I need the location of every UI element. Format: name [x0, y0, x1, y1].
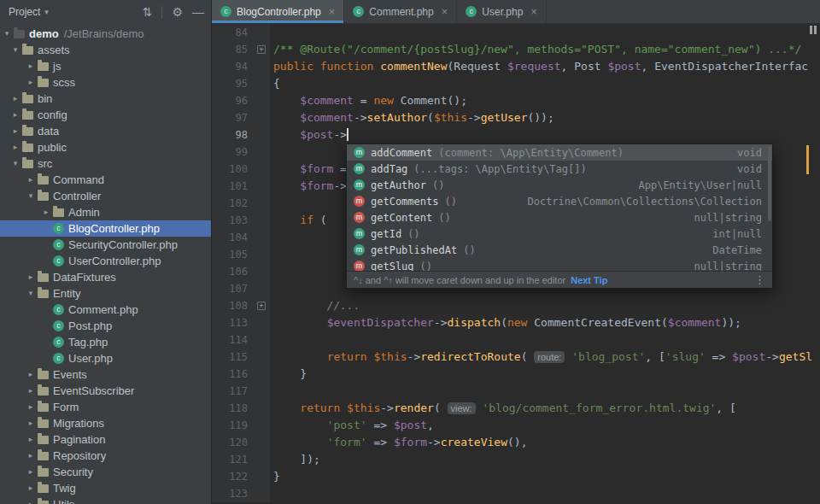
chevron-right-icon[interactable]: ▸	[24, 448, 38, 464]
fold-marker-icon[interactable]: +	[255, 297, 270, 314]
line-number[interactable]: 85	[212, 41, 255, 58]
code-line-94[interactable]: 94public function commentNew(Request $re…	[212, 58, 820, 75]
line-number[interactable]: 84	[212, 24, 255, 41]
code-line-121[interactable]: 121 ]);	[212, 451, 820, 468]
chevron-right-icon[interactable]: ▸	[24, 74, 38, 91]
line-number[interactable]: 104	[212, 229, 255, 246]
tree-item-demo[interactable]: ▾demo/JetBrains/demo	[0, 26, 211, 42]
line-number[interactable]: 94	[212, 58, 255, 75]
line-number[interactable]: 101	[212, 178, 255, 195]
completion-item-getslug[interactable]: mgetSlug()null|string	[347, 258, 772, 271]
tree-item-repository[interactable]: ▸Repository	[0, 448, 211, 464]
tree-item-blogcontroller-php[interactable]: cBlogController.php	[0, 220, 211, 237]
completion-item-addcomment[interactable]: maddComment(comment: \App\Entity\Comment…	[347, 144, 772, 161]
close-icon[interactable]: ×	[530, 5, 537, 18]
chevron-right-icon[interactable]: ▸	[9, 91, 22, 107]
line-number[interactable]: 106	[212, 263, 255, 280]
chevron-right-icon[interactable]: ▸	[24, 464, 38, 480]
chevron-right-icon[interactable]: ▸	[24, 415, 38, 431]
pause-indicator-icon[interactable]	[810, 26, 817, 34]
tree-item-js[interactable]: ▸js	[0, 58, 211, 74]
line-number[interactable]: 114	[212, 331, 255, 349]
tree-item-utils[interactable]: ▸Utils	[0, 496, 211, 504]
tree-item-entity[interactable]: ▾Entity	[0, 285, 211, 302]
gear-icon[interactable]: ⚙	[172, 6, 183, 18]
chevron-down-icon[interactable]: ▾	[9, 42, 22, 58]
line-number[interactable]: 113	[212, 314, 255, 331]
tree-item-twig[interactable]: ▸Twig	[0, 480, 211, 496]
code-line-115[interactable]: 115 return $this->redirectToRoute( route…	[212, 349, 820, 366]
chevron-down-icon[interactable]: ▾	[24, 188, 38, 204]
code-line-117[interactable]: 117	[212, 383, 820, 400]
line-number[interactable]: 100	[212, 161, 255, 178]
code-line-122[interactable]: 122}	[212, 468, 820, 485]
code-editor[interactable]: 8485+/** @Route("/comment/{postSlug}/new…	[212, 24, 820, 504]
line-number[interactable]: 96	[212, 92, 255, 109]
tree-item-data[interactable]: ▸data	[0, 123, 211, 139]
line-number[interactable]: 119	[212, 417, 255, 434]
code-line-98[interactable]: 98 $post->	[212, 126, 820, 144]
hide-panel-icon[interactable]: —	[192, 6, 204, 18]
tree-item-usercontroller-php[interactable]: cUserController.php	[0, 253, 211, 269]
tree-item-src[interactable]: ▾src	[0, 155, 211, 172]
tree-item-migrations[interactable]: ▸Migrations	[0, 415, 211, 431]
tree-item-scss[interactable]: ▸scss	[0, 74, 211, 91]
code-line-116[interactable]: 116 }	[212, 366, 820, 383]
line-number[interactable]: 118	[212, 400, 255, 417]
tree-item-securitycontroller-php[interactable]: cSecurityController.php	[0, 237, 211, 253]
completion-item-getcomments[interactable]: mgetComments()Doctrine\Common\Collection…	[347, 193, 772, 209]
line-number[interactable]: 95	[212, 75, 255, 92]
chevron-right-icon[interactable]: ▸	[24, 496, 38, 504]
chevron-right-icon[interactable]: ▸	[9, 123, 22, 139]
tree-item-security[interactable]: ▸Security	[0, 464, 211, 480]
completion-list[interactable]: maddComment(comment: \App\Entity\Comment…	[347, 144, 772, 271]
code-line-85[interactable]: 85+/** @Route("/comment/{postSlug}/new",…	[212, 41, 820, 58]
tree-item-form[interactable]: ▸Form	[0, 399, 211, 415]
chevron-right-icon[interactable]: ▸	[24, 269, 38, 285]
completion-item-getid[interactable]: mgetId()int|null	[347, 226, 772, 242]
chevron-right-icon[interactable]: ▸	[24, 58, 38, 74]
code-line-123[interactable]: 123	[212, 485, 820, 502]
line-number[interactable]: 102	[212, 195, 255, 212]
completion-item-getcontent[interactable]: mgetContent()null|string	[347, 209, 772, 226]
line-number[interactable]: 122	[212, 468, 255, 485]
chevron-down-icon[interactable]: ▾	[24, 285, 38, 302]
tab-comment-php[interactable]: cComment.php×	[344, 0, 457, 23]
line-number[interactable]: 115	[212, 349, 255, 366]
chevron-right-icon[interactable]: ▸	[9, 107, 22, 123]
tree-item-public[interactable]: ▸public	[0, 139, 211, 155]
expand-collapse-icon[interactable]: ⇅	[143, 6, 153, 18]
tree-item-tag-php[interactable]: cTag.php	[0, 334, 211, 350]
chevron-right-icon[interactable]: ▸	[24, 366, 38, 383]
line-number[interactable]: 99	[212, 144, 255, 161]
line-number[interactable]: 98	[212, 126, 255, 144]
line-number[interactable]: 116	[212, 366, 255, 383]
completion-item-getpublishedat[interactable]: mgetPublishedAt()DateTime	[347, 242, 772, 258]
tree-item-eventsubscriber[interactable]: ▸EventSubscriber	[0, 383, 211, 399]
chevron-down-icon[interactable]: ▾	[0, 26, 14, 42]
tab-user-php[interactable]: cUser.php×	[457, 0, 547, 23]
line-number[interactable]: 108	[212, 297, 255, 314]
line-number[interactable]: 107	[212, 280, 255, 297]
code-line-97[interactable]: 97 $comment->setAuthor($this->getUser())…	[212, 109, 820, 126]
line-number[interactable]: 105	[212, 246, 255, 263]
tree-item-assets[interactable]: ▾assets	[0, 42, 211, 58]
tab-blogcontroller-php[interactable]: cBlogController.php×	[212, 0, 344, 23]
code-line-119[interactable]: 119 'post' => $post,	[212, 417, 820, 434]
code-line-113[interactable]: 113 $eventDispatcher->dispatch(new Comme…	[212, 314, 820, 331]
more-options-icon[interactable]: ⋮	[754, 273, 765, 286]
code-line-108[interactable]: 108+ //...	[212, 297, 820, 314]
completion-item-addtag[interactable]: maddTag(...tags: \App\Entity\Tag[])void	[347, 161, 772, 177]
code-line-96[interactable]: 96 $comment = new Comment();	[212, 92, 820, 109]
tree-item-command[interactable]: ▸Command	[0, 172, 211, 188]
line-number[interactable]: 103	[212, 212, 255, 229]
tree-item-events[interactable]: ▸Events	[0, 366, 211, 383]
tree-item-user-php[interactable]: cUser.php	[0, 350, 211, 366]
line-number[interactable]: 97	[212, 109, 255, 126]
warning-stripe-mark[interactable]	[806, 145, 809, 174]
chevron-right-icon[interactable]: ▸	[24, 480, 38, 496]
close-icon[interactable]: ×	[329, 5, 336, 18]
chevron-right-icon[interactable]: ▸	[24, 399, 38, 415]
chevron-right-icon[interactable]: ▸	[9, 139, 22, 155]
chevron-down-icon[interactable]: ▾	[9, 155, 22, 172]
